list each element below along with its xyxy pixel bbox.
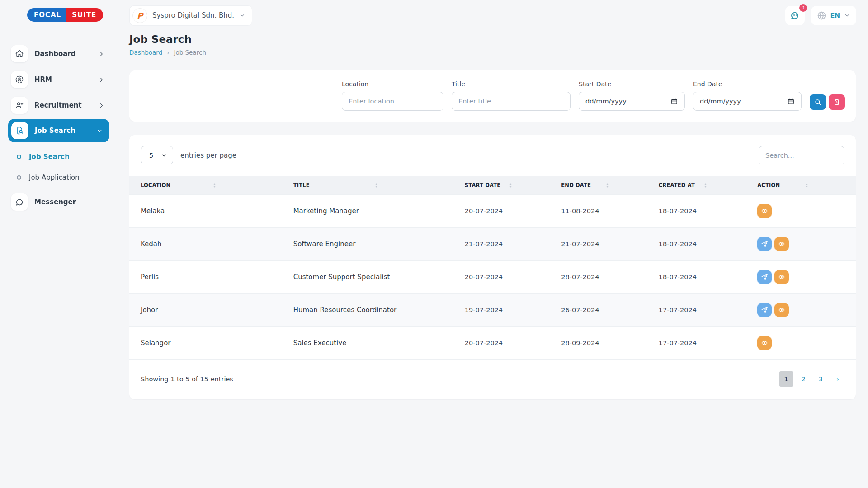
- focal-suite-logo[interactable]: FOCAL SUITE: [27, 8, 103, 22]
- table-controls: 5 entries per page: [129, 146, 856, 164]
- column-header-location[interactable]: LOCATION: [129, 176, 288, 195]
- entries-per-page-value: 5: [149, 152, 153, 159]
- logo-suite: SUITE: [66, 8, 103, 22]
- cell-created-at: 17-07-2024: [653, 327, 752, 360]
- sort-icon: [508, 183, 551, 188]
- chevron-down-icon: [96, 127, 103, 134]
- location-input[interactable]: [342, 92, 443, 111]
- main-content: Job Search Dashboard › Job Search Locati…: [118, 26, 868, 399]
- sidebar-item-messenger[interactable]: Messenger: [8, 190, 109, 214]
- table-header-row: LOCATION TITLE START DATE END DATE: [129, 176, 856, 195]
- table-search-input[interactable]: [759, 146, 844, 164]
- page-title: Job Search: [129, 33, 856, 45]
- cell-created-at: 18-07-2024: [653, 228, 752, 261]
- cell-end-date: 28-07-2024: [556, 261, 653, 294]
- cell-created-at: 17-07-2024: [653, 294, 752, 327]
- calendar-icon[interactable]: [670, 98, 678, 105]
- message-icon: [11, 193, 28, 211]
- cell-location: Kedah: [129, 228, 288, 261]
- sort-icon: [212, 183, 283, 188]
- sidebar-item-job-search[interactable]: Job Search: [8, 119, 109, 142]
- title-input[interactable]: [452, 92, 571, 111]
- cell-start-date: 20-07-2024: [459, 261, 556, 294]
- send-button[interactable]: [757, 270, 772, 284]
- company-name: Syspro Digital Sdn. Bhd.: [152, 11, 234, 19]
- logo-focal: FOCAL: [27, 8, 66, 22]
- breadcrumb-dashboard-link[interactable]: Dashboard: [129, 49, 162, 56]
- chevron-right-icon: [98, 76, 105, 83]
- table-row: Johor Human Resources Coordinator 19-07-…: [129, 294, 856, 327]
- view-button[interactable]: [774, 270, 789, 284]
- sort-icon: [373, 183, 454, 188]
- location-label: Location: [342, 80, 443, 88]
- file-search-icon: [11, 122, 28, 139]
- end-date-value: dd/mm/yyyy: [700, 98, 741, 105]
- sort-icon: [804, 183, 850, 188]
- breadcrumb-separator: ›: [167, 49, 169, 56]
- view-button[interactable]: [757, 336, 772, 350]
- eye-icon: [761, 339, 768, 347]
- send-button[interactable]: [757, 237, 772, 251]
- entries-per-page-select[interactable]: 5: [141, 146, 173, 164]
- table-footer: Showing 1 to 5 of 15 entries 1 2 3 ›: [129, 359, 856, 392]
- breadcrumb-current: Job Search: [174, 49, 206, 56]
- filter-clear-button[interactable]: [829, 94, 845, 110]
- cell-start-date: 19-07-2024: [459, 294, 556, 327]
- view-button[interactable]: [774, 237, 789, 251]
- filter-search-button[interactable]: [810, 94, 826, 110]
- view-button[interactable]: [774, 303, 789, 317]
- language-selector[interactable]: EN: [811, 6, 856, 25]
- disc-icon: [17, 155, 21, 159]
- start-date-label: Start Date: [579, 80, 685, 88]
- user-plus-icon: [11, 97, 28, 114]
- sidebar-subitem-job-search[interactable]: Job Search: [14, 146, 109, 167]
- search-icon: [814, 99, 821, 106]
- cell-location: Selangor: [129, 327, 288, 360]
- cell-end-date: 21-07-2024: [556, 228, 653, 261]
- page-1-button[interactable]: 1: [779, 371, 793, 387]
- start-date-field: Start Date dd/mm/yyyy: [579, 80, 685, 111]
- sort-icon: [604, 183, 648, 188]
- cell-end-date: 11-08-2024: [556, 195, 653, 228]
- page-3-button[interactable]: 3: [814, 371, 827, 387]
- column-header-end-date[interactable]: END DATE: [556, 176, 653, 195]
- home-icon: [11, 45, 28, 62]
- cell-location: Perlis: [129, 261, 288, 294]
- eye-icon: [761, 207, 768, 215]
- end-date-label: End Date: [693, 80, 802, 88]
- start-date-input[interactable]: dd/mm/yyyy: [579, 92, 685, 111]
- sidebar-item-label: Messenger: [34, 198, 105, 206]
- chat-button[interactable]: 0: [785, 6, 805, 25]
- page-2-button[interactable]: 2: [797, 371, 810, 387]
- table-row: Selangor Sales Executive 20-07-2024 28-0…: [129, 327, 856, 360]
- job-search-table-card: 5 entries per page LOCATION: [129, 135, 856, 399]
- sidebar-subitem-job-application[interactable]: Job Application: [14, 167, 109, 188]
- column-header-action[interactable]: ACTION: [752, 176, 856, 195]
- pagination: 1 2 3 ›: [779, 371, 844, 387]
- next-page-button[interactable]: ›: [831, 371, 844, 387]
- view-button[interactable]: [757, 204, 772, 218]
- location-field: Location: [342, 80, 443, 111]
- send-button[interactable]: [757, 303, 772, 317]
- end-date-input[interactable]: dd/mm/yyyy: [693, 92, 802, 111]
- calendar-icon[interactable]: [787, 98, 795, 105]
- title-field: Title: [452, 80, 571, 111]
- title-label: Title: [452, 80, 571, 88]
- sidebar-item-hrm[interactable]: HRM: [8, 67, 109, 92]
- sidebar-item-label: Recruitment: [34, 101, 92, 109]
- sidebar-item-recruitment[interactable]: Recruitment: [8, 93, 109, 117]
- column-header-created-at[interactable]: CREATED AT: [653, 176, 752, 195]
- sidebar-item-dashboard[interactable]: Dashboard: [8, 42, 109, 66]
- sort-icon: [703, 183, 746, 188]
- company-logo: P: [132, 8, 147, 23]
- cell-created-at: 18-07-2024: [653, 261, 752, 294]
- company-selector[interactable]: P Syspro Digital Sdn. Bhd.: [129, 5, 252, 26]
- filter-card: Location Title Start Date dd/mm/yyyy End…: [129, 70, 856, 122]
- cell-title: Software Engineer: [288, 228, 459, 261]
- chevron-down-icon: [239, 12, 245, 19]
- column-header-title[interactable]: TITLE: [288, 176, 459, 195]
- clear-filter-icon: [833, 99, 840, 106]
- breadcrumb: Dashboard › Job Search: [129, 49, 856, 56]
- send-icon: [761, 273, 768, 281]
- column-header-start-date[interactable]: START DATE: [459, 176, 556, 195]
